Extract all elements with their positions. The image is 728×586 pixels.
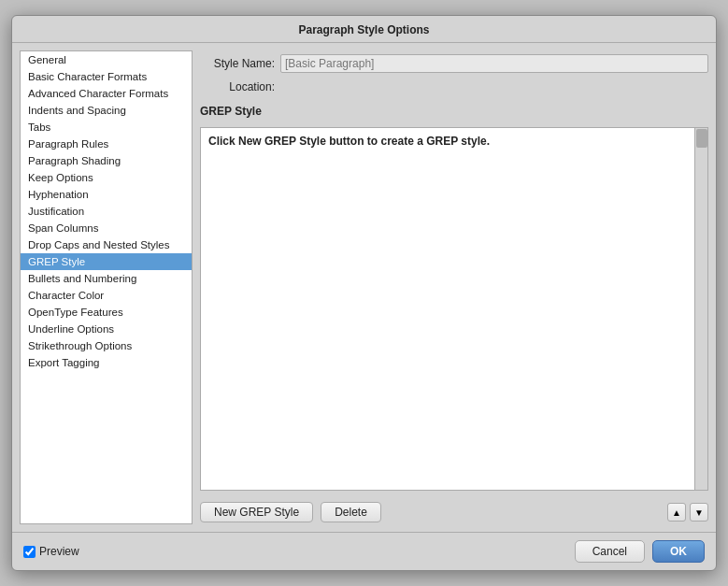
dialog-body: GeneralBasic Character FormatsAdvanced C… xyxy=(12,43,716,532)
grep-style-area: Click New GREP Style button to create a … xyxy=(200,127,708,491)
main-content: Style Name: Location: GREP Style Click N… xyxy=(200,50,708,524)
move-down-button[interactable]: ▼ xyxy=(690,503,708,522)
preview-checkbox[interactable] xyxy=(23,546,36,558)
new-grep-style-button[interactable]: New GREP Style xyxy=(200,502,313,522)
paragraph-style-options-dialog: Paragraph Style Options GeneralBasic Cha… xyxy=(11,15,717,571)
style-name-input[interactable] xyxy=(280,54,708,73)
sidebar-item-basic-character-formats[interactable]: Basic Character Formats xyxy=(21,68,192,85)
sidebar-item-general[interactable]: General xyxy=(21,51,192,68)
location-label: Location: xyxy=(200,80,275,93)
grep-buttons-row: New GREP Style Delete ▲ ▼ xyxy=(200,496,708,524)
location-row: Location: xyxy=(200,80,708,97)
sidebar-item-strikethrough-options[interactable]: Strikethrough Options xyxy=(21,337,192,354)
sidebar-item-export-tagging[interactable]: Export Tagging xyxy=(21,354,192,371)
sidebar-item-justification[interactable]: Justification xyxy=(21,203,192,220)
sidebar-item-bullets-and-numbering[interactable]: Bullets and Numbering xyxy=(21,270,192,287)
sidebar-item-hyphenation[interactable]: Hyphenation xyxy=(21,186,192,203)
sidebar-item-underline-options[interactable]: Underline Options xyxy=(21,321,192,337)
ok-button[interactable]: OK xyxy=(652,540,705,563)
sidebar: GeneralBasic Character FormatsAdvanced C… xyxy=(20,50,193,524)
style-name-label: Style Name: xyxy=(200,57,275,70)
sidebar-item-drop-caps-nested-styles[interactable]: Drop Caps and Nested Styles xyxy=(21,236,192,253)
sidebar-item-advanced-character-formats[interactable]: Advanced Character Formats xyxy=(21,85,192,102)
grep-scrollbar[interactable] xyxy=(694,128,707,490)
footer-buttons: Cancel OK xyxy=(575,540,705,563)
sidebar-item-opentype-features[interactable]: OpenType Features xyxy=(21,304,192,321)
move-up-button[interactable]: ▲ xyxy=(667,503,686,522)
style-name-row: Style Name: xyxy=(200,50,708,75)
sidebar-item-paragraph-rules[interactable]: Paragraph Rules xyxy=(21,136,192,152)
sidebar-item-span-columns[interactable]: Span Columns xyxy=(21,220,192,236)
grep-scroll-area[interactable]: Click New GREP Style button to create a … xyxy=(201,128,707,490)
cancel-button[interactable]: Cancel xyxy=(575,540,645,563)
dialog-footer: Preview Cancel OK xyxy=(12,532,716,570)
preview-checkbox-label[interactable]: Preview xyxy=(23,545,79,558)
delete-button[interactable]: Delete xyxy=(321,502,381,522)
sidebar-item-character-color[interactable]: Character Color xyxy=(21,287,192,304)
dialog-title: Paragraph Style Options xyxy=(12,16,716,43)
grep-placeholder-text: Click New GREP Style button to create a … xyxy=(208,135,490,148)
preview-label: Preview xyxy=(39,545,79,558)
sidebar-item-grep-style[interactable]: GREP Style xyxy=(21,253,192,270)
sidebar-item-tabs[interactable]: Tabs xyxy=(21,119,192,136)
grep-style-section-label: GREP Style xyxy=(200,103,708,121)
arrow-buttons: ▲ ▼ xyxy=(667,503,708,522)
grep-scrollbar-thumb xyxy=(696,129,707,148)
sidebar-item-paragraph-shading[interactable]: Paragraph Shading xyxy=(21,152,192,169)
sidebar-item-indents-and-spacing[interactable]: Indents and Spacing xyxy=(21,102,192,119)
sidebar-item-keep-options[interactable]: Keep Options xyxy=(21,169,192,186)
